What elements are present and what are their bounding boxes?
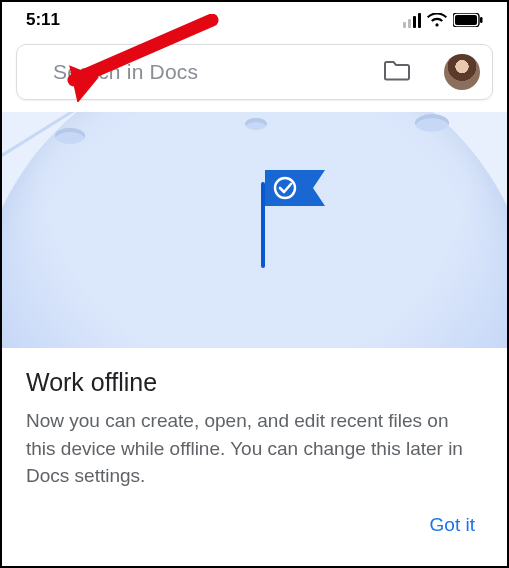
search-input[interactable]: Search in Docs xyxy=(53,60,364,84)
card-actions: Got it xyxy=(26,508,483,542)
moon-surface xyxy=(2,112,507,348)
card-body: Now you can create, open, and edit recen… xyxy=(26,407,483,490)
card-title: Work offline xyxy=(26,368,483,397)
status-indicators xyxy=(403,13,483,28)
svg-rect-2 xyxy=(480,17,483,23)
folder-button[interactable] xyxy=(384,59,410,85)
search-bar[interactable]: Search in Docs xyxy=(16,44,493,100)
flag-check-icon xyxy=(263,168,333,216)
got-it-button[interactable]: Got it xyxy=(422,508,483,542)
status-time: 5:11 xyxy=(26,10,60,30)
offline-illustration xyxy=(2,112,507,348)
cellular-signal-icon xyxy=(403,13,421,28)
account-avatar[interactable] xyxy=(444,54,480,90)
svg-rect-1 xyxy=(455,15,477,25)
status-bar: 5:11 xyxy=(2,2,507,38)
folder-outline-icon xyxy=(384,67,410,84)
battery-icon xyxy=(453,13,483,27)
wifi-icon xyxy=(427,13,447,28)
work-offline-card: Work offline Now you can create, open, a… xyxy=(2,348,507,552)
